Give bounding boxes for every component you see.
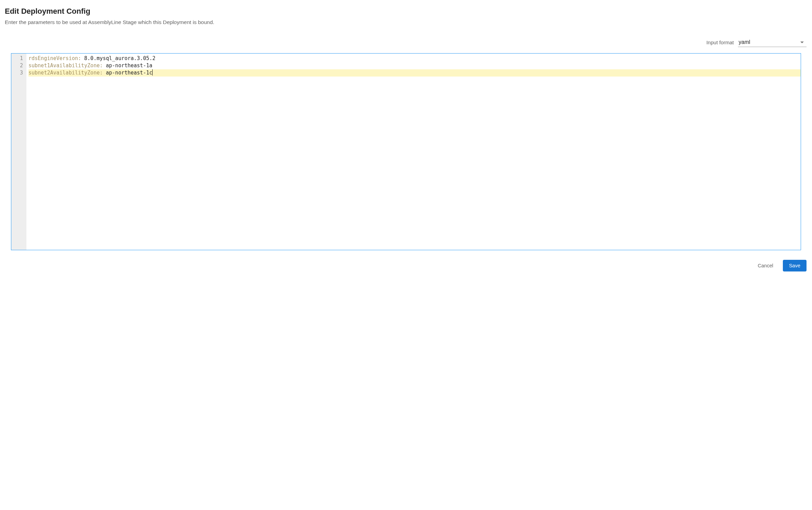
save-button[interactable]: Save — [783, 260, 807, 271]
code-line[interactable]: subnet2AvailabilityZone: ap-northeast-1c — [28, 69, 801, 77]
input-format-value: yaml — [739, 39, 750, 45]
yaml-key: rdsEngineVersion — [28, 55, 78, 61]
page-title: Edit Deployment Config — [5, 7, 807, 16]
code-line[interactable]: rdsEngineVersion: 8.0.mysql_aurora.3.05.… — [28, 55, 801, 62]
yaml-value: ap-northeast-1c — [106, 70, 152, 76]
yaml-value: 8.0.mysql_aurora.3.05.2 — [84, 55, 156, 61]
config-editor[interactable]: 123 rdsEngineVersion: 8.0.mysql_aurora.3… — [11, 53, 801, 250]
input-format-select[interactable]: yaml — [738, 38, 807, 47]
yaml-colon: : — [78, 55, 84, 61]
editor-codearea[interactable]: rdsEngineVersion: 8.0.mysql_aurora.3.05.… — [26, 54, 801, 250]
cancel-button[interactable]: Cancel — [752, 260, 779, 271]
line-number: 3 — [11, 69, 24, 77]
page-description: Enter the parameters to be used at Assem… — [5, 19, 807, 25]
input-format-row: Input format yaml — [5, 38, 807, 47]
editor-gutter: 123 — [11, 54, 26, 250]
line-number: 2 — [11, 62, 24, 69]
dialog-footer: Cancel Save — [5, 250, 807, 271]
chevron-down-icon — [800, 42, 804, 43]
code-line[interactable]: subnet1AvailabilityZone: ap-northeast-1a — [28, 62, 801, 69]
yaml-value: ap-northeast-1a — [106, 62, 152, 69]
line-number: 1 — [11, 55, 24, 62]
text-cursor — [152, 69, 153, 76]
input-format-label: Input format — [706, 39, 734, 45]
yaml-key: subnet2AvailabilityZone — [28, 70, 100, 76]
yaml-colon: : — [100, 62, 106, 69]
yaml-key: subnet1AvailabilityZone — [28, 62, 100, 69]
yaml-colon: : — [100, 70, 106, 76]
